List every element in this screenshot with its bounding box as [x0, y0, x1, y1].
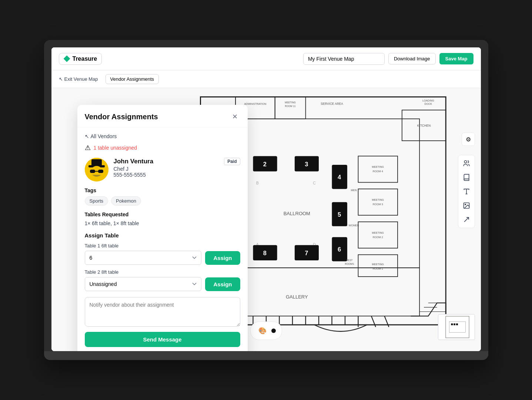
svg-text:4: 4 — [338, 174, 341, 181]
vendor-card: John Ventura Chef J 555-555-5555 Paid — [85, 158, 240, 181]
right-toolbar — [458, 155, 475, 228]
svg-rect-93 — [451, 323, 453, 325]
image-tool-button[interactable] — [460, 199, 473, 212]
svg-rect-45 — [358, 222, 398, 248]
svg-text:BALLROOM: BALLROOM — [283, 211, 310, 216]
exit-venue-link[interactable]: ↖ Exit Venue Map — [59, 76, 98, 82]
table1-assign-button[interactable]: Assign — [205, 251, 240, 265]
svg-text:MEETING: MEETING — [372, 231, 384, 234]
svg-rect-94 — [454, 323, 455, 325]
svg-text:ROOM 2: ROOM 2 — [372, 236, 383, 239]
map-name-input[interactable] — [303, 53, 385, 65]
svg-text:GALLERY: GALLERY — [285, 294, 308, 300]
svg-text:DOCK: DOCK — [424, 103, 432, 106]
svg-text:6: 6 — [338, 246, 341, 253]
table2-row: Table 2 8ft table Unassigned 1 2 3 4 5 7 — [85, 269, 240, 291]
svg-text:3: 3 — [305, 161, 308, 168]
tables-requested-text: 1× 6ft table, 1× 8ft table — [85, 220, 240, 226]
top-bar: Treasure Download Image Save Map — [51, 47, 481, 70]
svg-text:ROOM 4: ROOM 4 — [372, 170, 383, 173]
all-vendors-label: All Vendors — [91, 133, 117, 139]
arrow-tool-button[interactable] — [460, 213, 473, 226]
notify-textarea[interactable] — [85, 297, 240, 327]
svg-rect-100 — [90, 170, 95, 173]
mini-map — [438, 314, 475, 340]
svg-text:MEETING: MEETING — [372, 166, 384, 169]
svg-text:B: B — [256, 181, 258, 185]
svg-text:ROOM 11: ROOM 11 — [285, 105, 296, 107]
assign-table-section: Assign Table Table 1 6ft table 6 1 2 3 — [85, 232, 240, 291]
panel-close-button[interactable]: ✕ — [230, 111, 240, 122]
vendor-business: Chef J — [114, 166, 219, 172]
svg-text:MEN: MEN — [351, 189, 357, 192]
back-arrow-icon: ↖ — [85, 133, 89, 139]
svg-text:MEETING: MEETING — [372, 199, 384, 201]
tag-sports: Sports — [85, 196, 108, 206]
svg-text:ROOMS: ROOMS — [345, 263, 354, 265]
svg-text:LOADING: LOADING — [422, 99, 434, 102]
svg-text:7: 7 — [305, 250, 308, 257]
vendor-name: John Ventura — [114, 158, 219, 165]
logo-diamond-icon — [64, 56, 70, 62]
table2-label: Table 2 8ft table — [85, 269, 240, 275]
svg-rect-95 — [456, 323, 458, 325]
svg-text:8: 8 — [263, 250, 266, 257]
svg-point-85 — [464, 161, 467, 163]
vendor-phone: 555-555-5555 — [114, 172, 219, 178]
all-vendors-link[interactable]: ↖ All Vendors — [85, 133, 240, 139]
svg-rect-42 — [358, 189, 398, 215]
exit-venue-label: Exit Venue Map — [64, 76, 98, 82]
vendor-info: John Ventura Chef J 555-555-5555 — [114, 158, 219, 178]
download-image-button[interactable]: Download Image — [388, 53, 436, 64]
svg-line-90 — [464, 217, 469, 222]
svg-point-89 — [465, 204, 466, 205]
settings-button[interactable]: ⚙ — [462, 133, 475, 146]
table1-row: Table 1 6ft table 6 1 2 3 4 5 7 — [85, 243, 240, 265]
vendor-assignments-panel: Vendor Assignments ✕ ↖ All Vendors ⚠ 1 t… — [77, 105, 248, 351]
laptop-base — [44, 351, 488, 360]
svg-text:ADMINISTRATION: ADMINISTRATION — [244, 103, 266, 106]
svg-text:ROOM 3: ROOM 3 — [372, 203, 383, 206]
svg-rect-98 — [91, 159, 102, 167]
table2-controls: Unassigned 1 2 3 4 5 7 8 9 — [85, 277, 240, 291]
people-tool-button[interactable] — [460, 157, 473, 170]
svg-text:SERVICE AREA: SERVICE AREA — [321, 102, 343, 106]
svg-rect-7 — [275, 97, 305, 119]
svg-text:MEETING: MEETING — [372, 263, 384, 266]
tables-requested-label: Tables Requested — [85, 211, 240, 217]
table1-select[interactable]: 6 1 2 3 4 5 7 8 9 — [85, 251, 202, 265]
svg-text:C: C — [313, 181, 316, 185]
top-bar-right: Download Image Save Map — [303, 53, 474, 65]
send-message-button[interactable]: Send Message — [85, 332, 240, 347]
logo-text: Treasure — [73, 56, 97, 62]
table2-assign-button[interactable]: Assign — [205, 277, 240, 291]
tag-pokemon: Pokemon — [111, 196, 141, 206]
laptop-shell: Treasure Download Image Save Map ↖ Exit … — [44, 40, 488, 360]
svg-text:MEETING: MEETING — [285, 101, 296, 104]
mode-indicator-dot — [271, 329, 276, 333]
vendor-assignments-button[interactable]: Vendor Assignments — [106, 74, 159, 84]
tags-row: Sports Pokemon — [85, 196, 240, 206]
paid-badge: Paid — [224, 158, 240, 165]
svg-text:2: 2 — [263, 161, 266, 168]
panel-title: Vendor Assignments — [85, 113, 158, 121]
logo-button[interactable]: Treasure — [59, 53, 102, 65]
library-tool-button[interactable] — [460, 171, 473, 184]
svg-rect-92 — [449, 321, 465, 332]
table2-select[interactable]: Unassigned 1 2 3 4 5 7 8 9 — [85, 277, 202, 291]
vendor-avatar — [85, 158, 108, 181]
table1-controls: 6 1 2 3 4 5 7 8 9 Assig — [85, 251, 240, 265]
svg-rect-39 — [358, 156, 398, 182]
panel-header: Vendor Assignments ✕ — [77, 105, 248, 127]
tags-section-label: Tags — [85, 187, 240, 193]
save-map-button[interactable]: Save Map — [439, 53, 474, 64]
warning-icon: ⚠ — [85, 144, 91, 152]
panel-body: ↖ All Vendors ⚠ 1 table unassigned — [77, 127, 248, 351]
svg-text:REST: REST — [346, 259, 352, 261]
assign-table-title: Assign Table — [85, 232, 240, 239]
table1-label: Table 1 6ft table — [85, 243, 240, 249]
text-tool-button[interactable] — [460, 185, 473, 198]
palette-button[interactable]: 🎨 — [257, 325, 268, 337]
unassigned-warning: ⚠ 1 table unassigned — [85, 144, 240, 152]
exit-arrow-icon: ↖ — [59, 76, 63, 82]
